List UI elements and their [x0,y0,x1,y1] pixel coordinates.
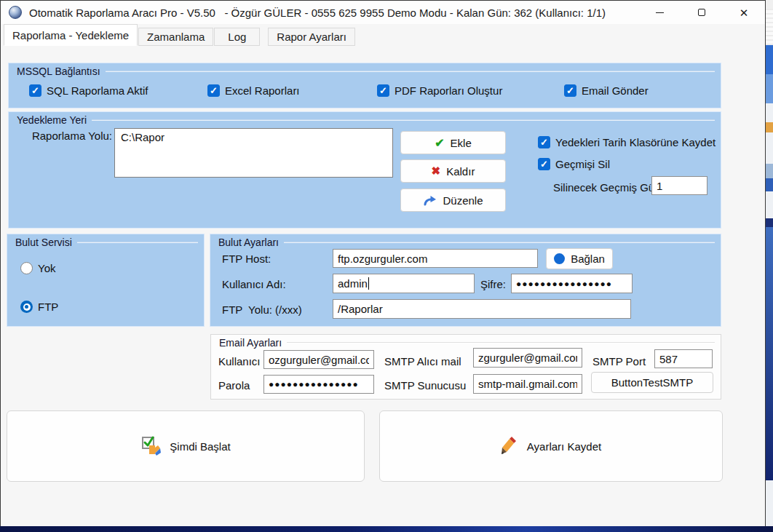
radio-label: FTP [38,301,58,313]
tab-label: Rapor Ayarları [277,31,346,43]
minimize-button[interactable] [638,1,681,24]
sifre-label: Şifre: [480,278,506,290]
ekle-button-label: Ekle [451,137,472,149]
group-yedekleme-yeri: Yedekleme Yeri Raporlama Yolu: C:\Rapor … [8,111,721,229]
radio-yok[interactable]: Yok [20,262,55,274]
close-icon: ✕ [740,7,749,18]
checkbox-gecmisi-sil[interactable]: Geçmişi Sil [538,158,610,170]
maximize-icon [698,9,705,16]
group-bulut-ayarlari: Bulut Ayarları FTP Host: Bağlan Kullanıc… [210,234,721,327]
silinecek-gecmis-gun-input[interactable] [651,176,707,195]
group-divider [77,242,198,243]
check-icon: ✔ [435,136,444,150]
smtp-alici-mail-label: SMTP Alıcı mail [384,355,461,368]
group-title: Yedekleme Yeri [17,114,87,126]
simdi-baslat-label: Şimdi Başlat [170,440,230,453]
smtp-port-label: SMTP Port [592,355,646,368]
group-divider [106,71,715,72]
duzenle-button[interactable]: Düzenle [400,188,506,212]
tab-raporlama-yedekleme[interactable]: Raporlama - Yedekleme [4,24,138,46]
kaldir-button-label: Kaldır [446,165,475,178]
checkbox-icon [564,84,576,97]
raporlama-yolu-listbox[interactable]: C:\Rapor [114,128,393,178]
background-window-edge [766,0,773,526]
checkbox-tarih-klasorune-kaydet[interactable]: Yedekleri Tarih Klasörüne Kaydet [538,136,715,148]
app-globe-icon [9,6,22,19]
baglan-button[interactable]: Bağlan [546,248,613,269]
simdi-baslat-button[interactable]: Şimdi Başlat [7,410,365,482]
group-title: Email Ayarları [219,337,282,349]
window-title: Otomatik Raporlama Aracı Pro - V5.50 - Ö… [29,7,606,19]
silinecek-gecmis-gun-label: Silinecek Geçmiş Gün [553,181,661,194]
window-controls: ✕ [638,1,765,24]
duzenle-button-label: Düzenle [443,194,483,207]
group-mssql-baglantisi: MSSQL Bağlantısı SQL Raporlama Aktif Exc… [8,63,721,108]
checkbox-email-gonder[interactable]: Email Gönder [564,84,649,97]
tab-log[interactable]: Log [214,28,260,46]
tab-bar: Raporlama - Yedekleme Zamanlama Log Rapo… [1,24,765,46]
parola-input[interactable] [263,375,374,394]
maximize-button[interactable] [681,1,723,24]
group-divider [284,242,715,243]
kaldir-button[interactable]: ✖ Kaldır [400,159,506,183]
sifre-input[interactable] [511,274,633,293]
group-email-ayarlari: Email Ayarları Kullanıcı SMTP Alıcı mail… [210,334,721,400]
checkbox-label: Excel Raporları [225,84,300,97]
checkbox-label: SQL Raporlama Aktif [47,84,148,97]
tab-rapor-ayarlari[interactable]: Rapor Ayarları [268,28,355,46]
checkbox-label: Geçmişi Sil [555,158,610,170]
text-caret [368,277,369,290]
checkbox-icon [29,84,41,97]
email-kullanici-label: Kullanıcı [218,355,261,368]
group-title: MSSQL Bağlantısı [17,65,100,77]
tab-label: Log [228,31,246,43]
smtp-sunucusu-input[interactable] [473,374,582,394]
ftp-yolu-input[interactable] [333,299,631,319]
bottom-window-border [0,526,773,532]
checkbox-icon [538,136,550,148]
checkbox-icon [207,84,220,97]
kullanici-adi-label: Kullanıcı Adı: [222,278,286,290]
remove-x-icon: ✖ [432,164,441,178]
smtp-alici-mail-input[interactable] [473,348,582,368]
test-smtp-button[interactable]: ButtonTestSMTP [591,372,713,393]
checkbox-pdf-raporlari-olustur[interactable]: PDF Raporları Oluştur [377,84,502,97]
test-smtp-button-label: ButtonTestSMTP [611,376,694,389]
tab-label: Zamanlama [147,31,205,43]
start-task-icon [140,435,162,457]
group-bulut-servisi: Bulut Servisi Yok FTP [7,234,205,327]
checkbox-sql-raporlama-aktif[interactable]: SQL Raporlama Aktif [29,84,148,97]
titlebar: Otomatik Raporlama Aracı Pro - V5.50 - Ö… [1,1,765,24]
radio-icon [20,262,33,274]
checkbox-excel-raporlari[interactable]: Excel Raporları [207,84,300,97]
pencil-icon [501,435,520,457]
radio-icon [20,301,33,313]
group-divider [92,119,715,121]
ekle-button[interactable]: ✔ Ekle [400,131,506,154]
baglan-button-label: Bağlan [571,253,605,265]
tab-zamanlama[interactable]: Zamanlama [138,28,213,46]
email-kullanici-input[interactable] [263,350,374,369]
group-divider [287,342,715,344]
radio-label: Yok [38,262,55,274]
smtp-port-input[interactable] [654,349,713,368]
redo-arrow-icon [423,195,437,206]
raporlama-yolu-label: Raporlama Yolu: [17,130,112,142]
checkbox-label: Yedekleri Tarih Klasörüne Kaydet [555,136,715,148]
minimize-icon [656,12,664,13]
group-title: Bulut Ayarları [218,237,279,248]
kullanici-adi-input[interactable] [333,274,475,293]
checkbox-icon [538,158,550,170]
ftp-host-label: FTP Host: [222,253,271,265]
ayarlari-kaydet-button[interactable]: Ayarları Kaydet [379,410,723,482]
checkbox-icon [377,84,389,97]
close-button[interactable]: ✕ [723,1,765,24]
ftp-host-input[interactable] [333,249,538,268]
parola-label: Parola [218,379,250,392]
smtp-sunucusu-label: SMTP Sunucusu [384,379,466,392]
group-title: Bulut Servisi [15,237,72,248]
radio-ftp[interactable]: FTP [20,301,58,313]
screen: Otomatik Raporlama Aracı Pro - V5.50 - Ö… [0,0,773,532]
app-window: Otomatik Raporlama Aracı Pro - V5.50 - Ö… [0,0,766,526]
checkbox-label: PDF Raporları Oluştur [395,84,502,97]
